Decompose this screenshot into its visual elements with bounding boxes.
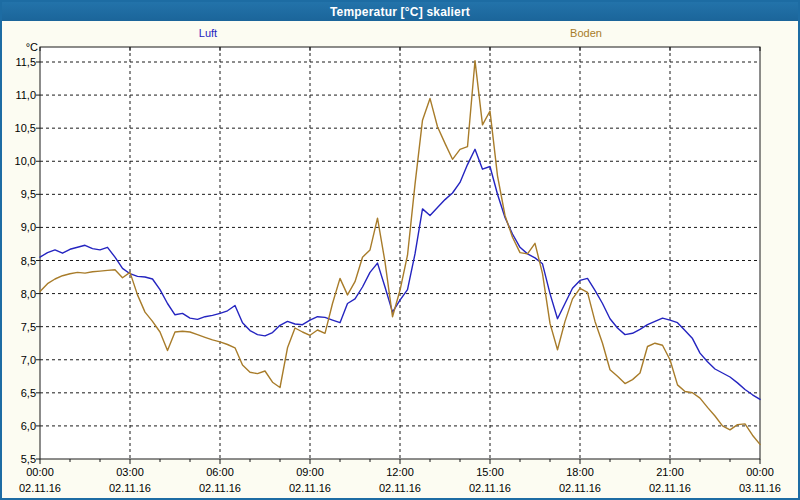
x-tick-date-label: 02.11.16	[190, 482, 250, 494]
y-tick-label: 11,5	[2, 56, 36, 68]
y-tick-label: 7,0	[2, 354, 36, 366]
y-tick-label: 9,0	[2, 221, 36, 233]
x-tick-time-label: 00:00	[730, 466, 790, 478]
x-tick-time-label: 09:00	[280, 466, 340, 478]
x-tick-date-label: 02.11.16	[550, 482, 610, 494]
x-tick-date-label: 02.11.16	[280, 482, 340, 494]
y-tick-label: 6,5	[2, 387, 36, 399]
x-tick-date-label: 02.11.16	[100, 482, 160, 494]
x-tick-time-label: 06:00	[190, 466, 250, 478]
y-tick-label: 5,5	[2, 453, 36, 465]
x-tick-time-label: 21:00	[640, 466, 700, 478]
x-tick-time-label: 03:00	[100, 466, 160, 478]
x-tick-date-label: 02.11.16	[460, 482, 520, 494]
x-tick-time-label: 15:00	[460, 466, 520, 478]
y-tick-label: 11,0	[2, 89, 36, 101]
x-tick-date-label: 02.11.16	[370, 482, 430, 494]
plot-area	[2, 2, 798, 498]
x-tick-time-label: 18:00	[550, 466, 610, 478]
chart-window: Temperatur [°C] skaliert Luft Boden °C 5…	[0, 0, 800, 500]
y-tick-label: 10,0	[2, 155, 36, 167]
y-tick-label: 6,0	[2, 420, 36, 432]
y-tick-label: 8,0	[2, 288, 36, 300]
x-tick-date-label: 03.11.16	[730, 482, 790, 494]
y-tick-label: 8,5	[2, 255, 36, 267]
x-tick-date-label: 02.11.16	[10, 482, 70, 494]
y-tick-label: 9,5	[2, 188, 36, 200]
y-tick-label: 7,5	[2, 321, 36, 333]
x-tick-date-label: 02.11.16	[640, 482, 700, 494]
x-tick-time-label: 00:00	[10, 466, 70, 478]
x-tick-time-label: 12:00	[370, 466, 430, 478]
y-tick-label: 10,5	[2, 122, 36, 134]
